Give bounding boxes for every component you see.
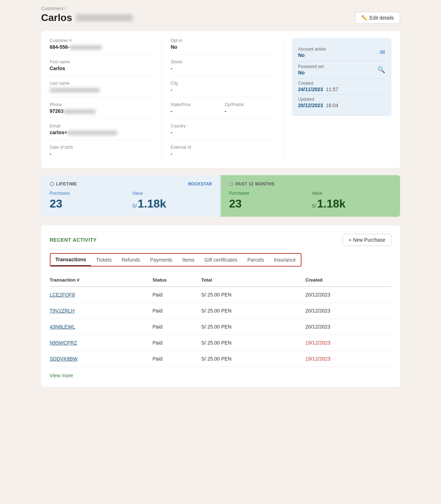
table-row: SDDVK8BWPaidS/ 25.00 PEN19/12/2023 (50, 351, 392, 367)
pencil-icon: ✏️ (361, 15, 367, 21)
tab-refunds[interactable]: Refunds (117, 254, 145, 266)
transaction-total: S/ 25.00 PEN (201, 319, 305, 335)
past12-value: Value S/1.18k (312, 191, 392, 210)
transaction-total: S/ 25.00 PEN (201, 287, 305, 303)
past12-value-amount: S/1.18k (312, 197, 392, 210)
info-col-left: Customer # 684-556- First name Carlos La… (50, 38, 162, 161)
transactions-table: Transaction #StatusTotalCreated LCE2FQF8… (50, 274, 392, 367)
tab-tickets[interactable]: Tickets (91, 254, 117, 266)
title-blurred (76, 14, 133, 21)
transaction-id[interactable]: T9V2ZRLH (50, 303, 153, 319)
col-header-transaction-num: Transaction # (50, 274, 153, 287)
lifetime-value: Value S/1.18k (132, 191, 212, 210)
field-first-name: First name Carlos (50, 59, 155, 76)
transaction-status: Paid (152, 319, 201, 335)
transaction-status: Paid (152, 303, 201, 319)
page-title: Carlos (41, 12, 133, 23)
account-created-row: Created 24/11/2023 11:57 (298, 79, 385, 95)
field-customer-num: Customer # 684-556- (50, 38, 155, 54)
tab-gift-certificates[interactable]: Gift certificates (199, 254, 242, 266)
tab-items[interactable]: Items (177, 254, 199, 266)
table-row: N95WCPRZPaidS/ 25.00 PEN19/12/2023 (50, 335, 392, 351)
past12-purchases: Purchases 23 (229, 191, 309, 210)
transaction-status: Paid (152, 351, 201, 367)
past12-stats: PAST 12 MONTHS Purchases 23 Value S/1.18… (221, 175, 400, 217)
edit-details-button[interactable]: ✏️ Edit details (355, 12, 400, 24)
lifetime-stats: LIFETIME ROCKSTAR Purchases 23 Value S/1… (41, 175, 221, 217)
tab-payments[interactable]: Payments (145, 254, 177, 266)
lifetime-circle-icon (50, 182, 54, 186)
lifetime-purchases: Purchases 23 (50, 191, 130, 210)
lifetime-value-amount: S/1.18k (132, 197, 212, 210)
account-active-row: Account active No ✉ (298, 44, 385, 61)
field-dob: Date of birth - (50, 145, 155, 161)
transaction-id[interactable]: SDDVK8BW (50, 351, 153, 367)
key-icon: 🔍 (377, 66, 385, 74)
transaction-total: S/ 25.00 PEN (201, 335, 305, 351)
table-row: T9V2ZRLHPaidS/ 25.00 PEN20/12/2023 (50, 303, 392, 319)
col-header-created: Created (305, 274, 392, 287)
page-header: Carlos ✏️ Edit details (41, 12, 400, 24)
transaction-id[interactable]: 43N8LEWL (50, 319, 153, 335)
field-external-id: External Id - (171, 145, 276, 161)
tab-insurance[interactable]: Insurance (269, 254, 301, 266)
transaction-date: 20/12/2023 (305, 303, 392, 319)
breadcrumb: Customers / (41, 6, 400, 11)
email-value: carlos+ (50, 130, 155, 135)
activity-tabs: TransactionsTicketsRefundsPaymentsItemsG… (50, 253, 302, 267)
transaction-total: S/ 25.00 PEN (201, 351, 305, 367)
transaction-id[interactable]: N95WCPRZ (50, 335, 153, 351)
activity-header: RECENT ACTIVITY + New Purchase (50, 234, 392, 246)
transaction-status: Paid (152, 335, 201, 351)
tab-transactions[interactable]: Transactions (51, 254, 91, 266)
transaction-status: Paid (152, 287, 201, 303)
field-email: Email carlos+ (50, 124, 155, 140)
phone-value: 97263 (50, 108, 155, 114)
info-col-middle: Opt-in No Street - City - State/Prov. - (171, 38, 283, 161)
transactions-tbody: LCE2FQF8PaidS/ 25.00 PEN20/12/2023T9V2ZR… (50, 287, 392, 367)
stats-section: LIFETIME ROCKSTAR Purchases 23 Value S/1… (41, 175, 400, 217)
view-more-link[interactable]: View more (50, 373, 73, 378)
field-opt-in: Opt-in No (171, 38, 276, 54)
table-header-row: Transaction #StatusTotalCreated (50, 274, 392, 287)
activity-section: RECENT ACTIVITY + New Purchase Transacti… (41, 225, 400, 387)
field-country: Country - (171, 124, 276, 140)
new-purchase-button[interactable]: + New Purchase (342, 234, 391, 246)
transaction-date: 19/12/2023 (305, 335, 392, 351)
col-header-status: Status (152, 274, 201, 287)
rockstar-badge: ROCKSTAR (188, 182, 212, 187)
account-status-box: Account active No ✉ Password set No 🔍 Cr… (292, 38, 392, 161)
transaction-total: S/ 25.00 PEN (201, 303, 305, 319)
past12-circle-icon (229, 182, 233, 186)
field-last-name: Last name (50, 81, 155, 97)
account-updated-row: Updated 20/12/2023 16:04 (298, 95, 385, 110)
account-password-row: Password set No 🔍 (298, 61, 385, 79)
table-row: LCE2FQF8PaidS/ 25.00 PEN20/12/2023 (50, 287, 392, 303)
field-city: City - (171, 81, 276, 97)
activity-title: RECENT ACTIVITY (50, 237, 97, 243)
transaction-date: 20/12/2023 (305, 287, 392, 303)
envelope-icon: ✉ (380, 48, 385, 56)
customer-info-panel: Customer # 684-556- First name Carlos La… (41, 31, 400, 168)
transaction-id[interactable]: LCE2FQF8 (50, 287, 153, 303)
customer-num-value: 684-556- (50, 44, 155, 50)
last-name-value (50, 87, 155, 93)
table-row: 43N8LEWLPaidS/ 25.00 PEN20/12/2023 (50, 319, 392, 335)
col-header-total: Total (201, 274, 305, 287)
transaction-date: 20/12/2023 (305, 319, 392, 335)
field-state-zip: State/Prov. - Zip/Postal - (171, 102, 276, 119)
transaction-date: 19/12/2023 (305, 351, 392, 367)
tab-parcels[interactable]: Parcels (242, 254, 269, 266)
field-street: Street - (171, 59, 276, 76)
field-phone: Phone 97263 (50, 102, 155, 119)
